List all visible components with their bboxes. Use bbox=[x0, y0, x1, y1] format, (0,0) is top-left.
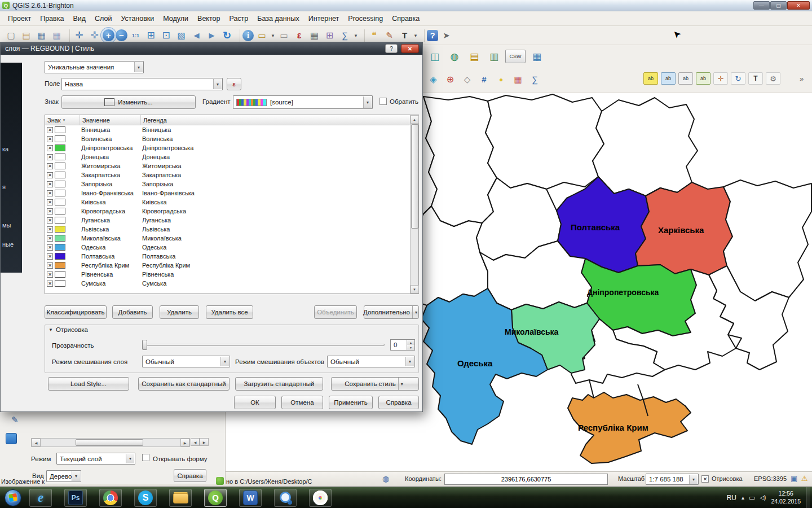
menu-item[interactable]: Processing bbox=[343, 12, 387, 25]
mode-combo[interactable]: Текущий слой ▾ bbox=[56, 453, 135, 465]
row-checkbox[interactable]: ✕ bbox=[47, 154, 53, 160]
next-icon[interactable]: ▶ bbox=[200, 438, 209, 446]
zoom-full-icon[interactable]: ⊞ bbox=[144, 28, 158, 42]
auto-open-checkbox[interactable] bbox=[142, 454, 149, 461]
language-indicator[interactable]: RU bbox=[727, 494, 736, 502]
separator[interactable] bbox=[361, 29, 365, 42]
view-combo[interactable]: Дерево ▾ bbox=[46, 470, 81, 482]
menu-item[interactable]: Вектор bbox=[193, 12, 224, 25]
prev-icon[interactable]: ◀ bbox=[191, 438, 200, 446]
row-checkbox[interactable]: ✕ bbox=[47, 208, 53, 214]
identify-icon[interactable]: i bbox=[242, 30, 254, 41]
load-default-button[interactable]: Загрузить стандартный bbox=[235, 377, 323, 391]
node-icon[interactable]: ● bbox=[494, 72, 508, 86]
help-contents-icon[interactable]: ? bbox=[427, 30, 438, 41]
change-symbol-button[interactable]: Изменить... bbox=[61, 95, 196, 109]
scrollbar-thumb[interactable] bbox=[411, 124, 418, 229]
separator[interactable] bbox=[66, 29, 70, 42]
coords-input[interactable] bbox=[444, 474, 608, 485]
label-settings-icon[interactable]: ⚙ bbox=[766, 72, 780, 85]
select-dropdown-icon[interactable]: ▾ bbox=[270, 28, 276, 42]
select-features-icon[interactable]: ▭ bbox=[255, 28, 269, 42]
edit-icon[interactable]: ✎ bbox=[11, 415, 19, 425]
table-row[interactable]: ✕ Миколаївська Миколаївська bbox=[45, 234, 411, 243]
raster-table-icon[interactable]: ▦ bbox=[511, 72, 525, 86]
pan-to-selection-icon[interactable]: ✜ bbox=[87, 28, 102, 42]
statistics-icon[interactable]: ∑ bbox=[338, 28, 352, 42]
delete-button[interactable]: Удалить bbox=[160, 305, 199, 319]
table-row[interactable]: ✕ Полтавська Полтавська bbox=[45, 252, 411, 261]
dialog-title-bar[interactable]: слоя — REGBOUND | Стиль ? ✕ bbox=[1, 42, 422, 55]
menu-item[interactable]: Справка bbox=[387, 12, 424, 25]
separator[interactable] bbox=[421, 29, 425, 42]
column-header-value[interactable]: Значение bbox=[80, 115, 141, 125]
zoom-native-icon[interactable]: 1:1 bbox=[129, 28, 143, 42]
zoom-in-icon[interactable]: + bbox=[103, 29, 114, 41]
taskbar-viewer[interactable] bbox=[274, 489, 297, 507]
column-header-legend[interactable]: Легенда bbox=[141, 115, 411, 125]
zoom-next-icon[interactable]: ▶ bbox=[205, 28, 219, 42]
select-by-expression-icon[interactable]: ε bbox=[292, 28, 306, 42]
save-default-button[interactable]: Сохранить как стандартный bbox=[138, 377, 230, 391]
show-desktop-button[interactable] bbox=[806, 487, 810, 508]
transparency-spinbox[interactable]: 0 ▲ ▼ bbox=[390, 339, 415, 351]
separator[interactable] bbox=[236, 29, 240, 42]
vertical-scrollbar[interactable]: ▲ ▼ bbox=[410, 115, 418, 294]
zoom-to-selection-icon[interactable]: ⊡ bbox=[159, 28, 173, 42]
apply-button[interactable]: Применить bbox=[329, 396, 373, 409]
transparency-slider[interactable] bbox=[142, 340, 385, 350]
table-row[interactable]: ✕ Сумська Сумська bbox=[45, 279, 411, 288]
taskbar-palette[interactable] bbox=[309, 489, 332, 507]
pan-map-icon[interactable]: ✛ bbox=[72, 28, 86, 42]
dialog-tab-fragment[interactable]: я bbox=[2, 183, 6, 190]
deselect-features-icon[interactable]: ▭ bbox=[277, 28, 291, 42]
taskbar-qgis[interactable]: Q bbox=[204, 489, 227, 507]
dialog-close-button[interactable]: ✕ bbox=[401, 44, 419, 53]
render-checkbox[interactable]: ✕ bbox=[701, 475, 709, 483]
row-checkbox[interactable]: ✕ bbox=[47, 217, 53, 224]
scroll-left-icon[interactable]: ◀ bbox=[32, 439, 41, 446]
taskbar-chrome[interactable] bbox=[99, 489, 122, 507]
field-combo[interactable]: Назва ▾ bbox=[61, 78, 223, 90]
toolbar-overflow-icon[interactable]: » bbox=[800, 75, 804, 83]
delete-all-button[interactable]: Удалить все bbox=[206, 305, 253, 319]
load-style-button[interactable]: Load Style... bbox=[48, 377, 129, 391]
stats-dropdown-icon[interactable]: ▾ bbox=[353, 28, 359, 42]
table-row[interactable]: ✕ Волинська Волинська bbox=[45, 134, 411, 143]
spin-up-icon[interactable]: ▲ bbox=[407, 340, 414, 345]
whats-this-icon[interactable]: ➤ bbox=[439, 28, 453, 42]
row-checkbox[interactable]: ✕ bbox=[47, 281, 53, 287]
table-row[interactable]: ✕ Республіка Крим Республіка Крим bbox=[45, 261, 411, 270]
panel-help-button[interactable]: Справка bbox=[174, 469, 206, 482]
taskbar-word[interactable]: W bbox=[239, 489, 262, 507]
region-sumy[interactable] bbox=[593, 98, 698, 196]
csw-button[interactable]: CSW bbox=[505, 50, 526, 63]
grid-icon[interactable]: # bbox=[477, 72, 491, 86]
dialog-help-button[interactable]: ? bbox=[385, 44, 398, 53]
region-kyiv[interactable] bbox=[423, 97, 497, 226]
table-row[interactable]: ✕ Запорізька Запорізька bbox=[45, 179, 411, 189]
feature-blend-combo[interactable]: Обычный ▾ bbox=[327, 356, 415, 367]
row-checkbox[interactable]: ✕ bbox=[47, 181, 53, 187]
label-blue-icon[interactable]: ab bbox=[661, 72, 676, 85]
globe-service-icon[interactable]: ◍ bbox=[446, 49, 463, 64]
attribute-table-icon[interactable]: ▦ bbox=[307, 28, 321, 42]
layer-blend-combo[interactable]: Обычный ▾ bbox=[142, 356, 230, 367]
menu-item[interactable]: Правка bbox=[36, 12, 68, 25]
extent-icon[interactable]: ◍ bbox=[382, 474, 389, 483]
start-button[interactable] bbox=[5, 489, 21, 506]
column-header-symbol[interactable]: Знак▾ bbox=[45, 115, 80, 125]
table-row[interactable]: ✕ Рівненська Рівненська bbox=[45, 270, 411, 279]
label-yellow-icon[interactable]: ab bbox=[643, 72, 658, 85]
table-row[interactable]: ✕ Київська Київська bbox=[45, 198, 411, 207]
menu-item[interactable]: Растр bbox=[224, 12, 253, 25]
advanced-button[interactable]: Дополнительно▾ bbox=[364, 305, 419, 319]
add-feature-icon[interactable]: ⊕ bbox=[443, 72, 457, 86]
table-row[interactable]: ✕ Львівська Львівська bbox=[45, 225, 411, 234]
label-move-icon[interactable]: ✛ bbox=[713, 72, 728, 85]
plugin-icon[interactable]: ◈ bbox=[426, 72, 440, 86]
table-row[interactable]: ✕ Донецька Донецька bbox=[45, 152, 411, 161]
taskbar-ie[interactable]: e bbox=[29, 489, 52, 507]
log-messages-icon[interactable]: ▣ bbox=[791, 474, 797, 483]
zoom-last-icon[interactable]: ◀ bbox=[189, 28, 204, 42]
